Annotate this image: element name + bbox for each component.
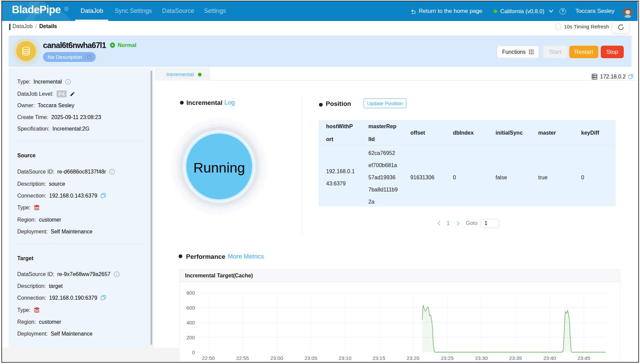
svg-text:23:20: 23:20 [407,355,419,361]
svg-text:800: 800 [186,290,195,296]
svg-text:400: 400 [186,320,195,325]
svg-text:23:30: 23:30 [475,355,488,361]
svg-text:23:05: 23:05 [304,355,317,361]
svg-text:23:40: 23:40 [543,355,556,361]
svg-text:23:35: 23:35 [509,355,522,361]
svg-text:23:45: 23:45 [577,355,590,361]
svg-text:0: 0 [192,349,195,355]
svg-text:23:00: 23:00 [270,355,283,361]
svg-text:600: 600 [186,305,195,311]
svg-text:22:50: 22:50 [202,355,215,361]
svg-text:200: 200 [186,335,195,340]
svg-text:23:15: 23:15 [372,355,385,361]
svg-text:23:10: 23:10 [339,355,351,361]
svg-text:22:55: 22:55 [236,355,249,361]
svg-text:23:25: 23:25 [441,355,454,361]
